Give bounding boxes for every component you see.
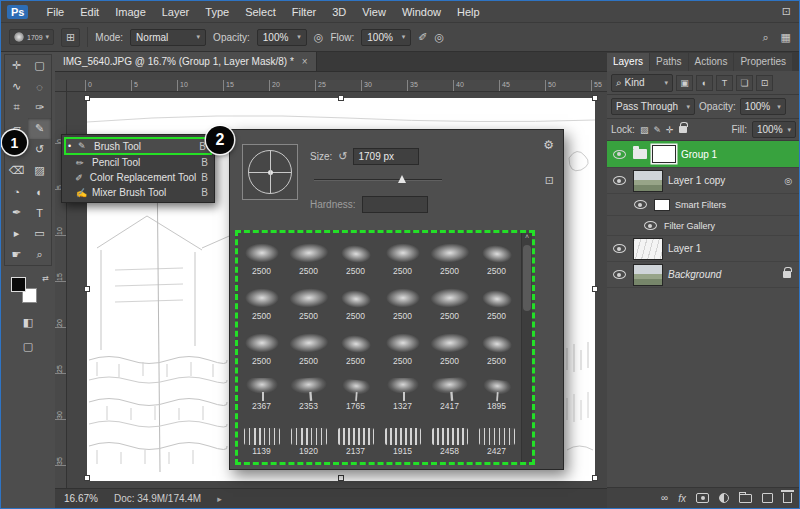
menu-window[interactable]: Window xyxy=(394,3,449,21)
layer-row-layer-1[interactable]: Layer 1 xyxy=(607,236,800,262)
opacity-select[interactable]: 100% ▾ xyxy=(257,29,307,46)
tool-hand[interactable]: ☛ xyxy=(5,244,28,265)
filter-shape-layers-button[interactable]: ❏ xyxy=(736,75,753,91)
tool-brush[interactable]: ✎ xyxy=(28,118,51,139)
toggle-brush-panel-button[interactable]: ⊞ xyxy=(61,28,80,47)
workspace-icon[interactable]: ▦ xyxy=(781,31,791,44)
visibility-eye-icon[interactable] xyxy=(613,176,626,185)
foreground-color[interactable] xyxy=(11,277,26,292)
lock-image-icon[interactable]: ✎ xyxy=(653,125,661,135)
brush-preset[interactable]: 1327 xyxy=(379,368,426,413)
menu-view[interactable]: View xyxy=(354,3,394,21)
brush-preset[interactable]: 2500 xyxy=(379,323,426,368)
tool-zoom[interactable]: ⌕ xyxy=(28,244,51,265)
scrollbar-thumb[interactable] xyxy=(523,245,531,311)
lock-position-icon[interactable]: ✛ xyxy=(666,125,674,135)
brush-preset[interactable]: 2500 xyxy=(473,278,520,323)
zoom-level-field[interactable]: 16.67% xyxy=(64,493,98,504)
new-layer-icon[interactable] xyxy=(762,493,773,503)
slider-thumb[interactable] xyxy=(398,175,406,183)
brush-preset[interactable]: 2500 xyxy=(473,233,520,278)
screen-mode-button[interactable]: ▢ xyxy=(4,336,52,357)
pressure-size-icon[interactable]: ◎ xyxy=(435,31,445,44)
brush-preset[interactable]: 2500 xyxy=(332,323,379,368)
brush-preset[interactable]: 2137 xyxy=(332,413,379,458)
search-icon[interactable]: ⌕ xyxy=(762,31,768,44)
size-slider[interactable] xyxy=(314,174,442,186)
menu-type[interactable]: Type xyxy=(197,3,237,21)
visibility-eye-icon[interactable] xyxy=(613,150,626,159)
filter-smart-objects-button[interactable]: ⊡ xyxy=(756,75,773,91)
tool-marquee[interactable]: ▢ xyxy=(28,55,51,76)
smart-filter-mask-thumbnail[interactable] xyxy=(654,199,670,211)
brush-preset[interactable]: 2500 xyxy=(238,233,285,278)
fill-select[interactable]: 100% ▾ xyxy=(752,121,796,138)
tab-paths[interactable]: Paths xyxy=(650,53,688,71)
canvas-handle[interactable] xyxy=(592,475,598,481)
menu-edit[interactable]: Edit xyxy=(72,3,107,21)
kind-filter-select[interactable]: ⌕ Kind ▾ xyxy=(611,74,673,92)
canvas-handle[interactable] xyxy=(84,95,90,101)
tool-type[interactable]: T xyxy=(28,202,51,223)
tool-dodge[interactable]: ◐ xyxy=(28,181,51,202)
airbrush-icon[interactable]: ✐ xyxy=(418,31,427,44)
layer-row-smart-filters[interactable]: Smart Filters xyxy=(607,194,800,216)
visibility-eye-icon[interactable] xyxy=(634,200,647,209)
layer-thumbnail[interactable] xyxy=(633,238,663,260)
brush-preset[interactable]: 2367 xyxy=(238,368,285,413)
brush-preset[interactable]: 2500 xyxy=(379,278,426,323)
tool-lasso[interactable]: ∿ xyxy=(5,76,28,97)
brush-preset-chip[interactable]: 1709 ▾ xyxy=(9,29,54,45)
size-input[interactable]: 1709 px xyxy=(353,148,419,165)
pressure-opacity-icon[interactable]: ◎ xyxy=(314,31,324,44)
visibility-eye-icon[interactable] xyxy=(644,221,657,230)
brush-preset[interactable]: 2500 xyxy=(285,323,332,368)
brush-preset[interactable]: 2500 xyxy=(426,278,473,323)
tool-pen[interactable]: ✒ xyxy=(5,202,28,223)
brush-preset[interactable]: 2500 xyxy=(379,233,426,278)
swap-colors-icon[interactable]: ⇄ xyxy=(42,274,49,283)
tool-eyedropper[interactable]: ✑ xyxy=(28,97,51,118)
brush-preset[interactable]: 2500 xyxy=(285,278,332,323)
flow-select[interactable]: 100% ▾ xyxy=(361,29,411,46)
canvas-handle[interactable] xyxy=(592,286,598,292)
link-layers-icon[interactable]: ∞ xyxy=(661,493,668,503)
brush-preset[interactable]: 1765 xyxy=(332,368,379,413)
filter-adjustment-layers-button[interactable]: ◐ xyxy=(696,75,713,91)
new-adjustment-layer-icon[interactable] xyxy=(719,493,729,503)
add-mask-icon[interactable] xyxy=(696,493,709,503)
layer-row-filter-gallery[interactable]: Filter Gallery xyxy=(607,216,800,236)
brush-preset[interactable]: 2500 xyxy=(238,323,285,368)
filter-type-layers-button[interactable]: T xyxy=(716,75,733,91)
new-preset-icon[interactable]: ⊡ xyxy=(545,174,554,187)
brush-preset[interactable]: 1915 xyxy=(379,413,426,458)
tool-crop[interactable]: ⌗ xyxy=(5,97,28,118)
flyout-color-replacement-tool[interactable]: ✐ Color Replacement Tool B xyxy=(64,170,212,185)
tool-eraser[interactable]: ⌫ xyxy=(5,160,28,181)
window-restore-icon[interactable]: ⊡ xyxy=(782,5,791,18)
brush-preset[interactable]: 2500 xyxy=(332,278,379,323)
status-arrow-icon[interactable]: ▸ xyxy=(217,494,222,504)
menu-layer[interactable]: Layer xyxy=(154,3,198,21)
blend-mode-select[interactable]: Pass Through ▾ xyxy=(611,98,695,115)
visibility-eye-icon[interactable] xyxy=(613,244,626,253)
layer-row-background[interactable]: Background xyxy=(607,262,800,288)
tool-quick-select[interactable]: ◌ xyxy=(28,76,51,97)
canvas-handle[interactable] xyxy=(84,286,90,292)
brush-preset[interactable]: 2500 xyxy=(285,233,332,278)
canvas-handle[interactable] xyxy=(338,95,344,101)
lock-transparency-icon[interactable]: ▨ xyxy=(640,125,649,135)
layer-opacity-select[interactable]: 100% ▾ xyxy=(740,98,786,115)
layer-mask-thumbnail[interactable] xyxy=(652,145,676,163)
gear-icon[interactable]: ⚙ xyxy=(543,138,554,152)
tool-history-brush[interactable]: ↺ xyxy=(28,139,51,160)
menu-select[interactable]: Select xyxy=(237,3,284,21)
brush-preset[interactable]: 2458 xyxy=(426,413,473,458)
brush-preset[interactable]: 2427 xyxy=(473,413,520,458)
brush-preset[interactable]: 1920 xyxy=(285,413,332,458)
brush-preset[interactable]: 2500 xyxy=(426,233,473,278)
new-group-icon[interactable] xyxy=(739,494,752,503)
canvas-handle[interactable] xyxy=(592,95,598,101)
photoshop-logo[interactable]: Ps xyxy=(7,5,28,19)
canvas-handle[interactable] xyxy=(84,475,90,481)
